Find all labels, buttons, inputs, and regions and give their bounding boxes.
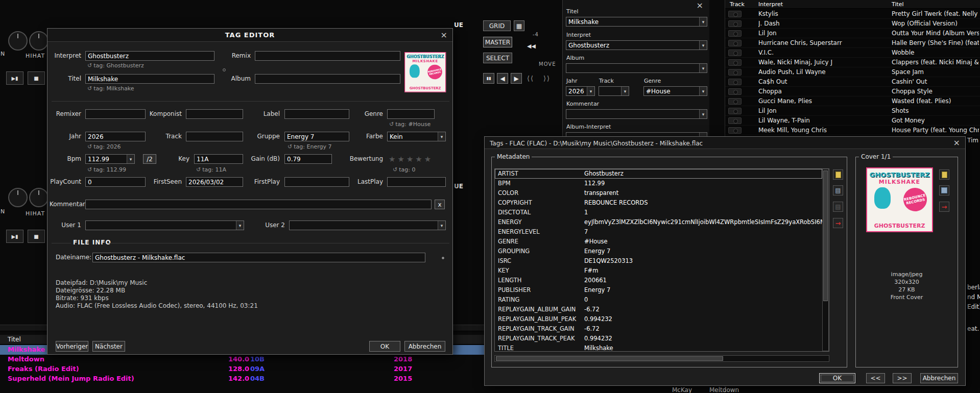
playcount-field[interactable]	[85, 177, 146, 187]
metadata-row[interactable]: KEY F#m	[495, 266, 822, 276]
filter-jahr-select[interactable]: 2026 ▾	[566, 86, 595, 96]
filter-interpret-select[interactable]: Ghostbusterz ▾	[566, 40, 707, 50]
eq-knob[interactable]	[8, 31, 28, 51]
track-row[interactable]: Ca$h Out Cashin' Out	[725, 77, 980, 87]
metadata-row[interactable]: BPM 112.99	[495, 179, 822, 188]
scrollbar-thumb[interactable]	[496, 356, 723, 361]
eq-knob[interactable]	[29, 188, 49, 207]
save-cover-button[interactable]	[939, 185, 949, 195]
grid-quantize-button[interactable]: ▦	[514, 20, 524, 31]
close-icon[interactable]: ×	[953, 138, 960, 148]
metadata-row[interactable]: ENERGY eyJlbmVyZ3lMZXZlbCI6Nywic291cmNlI…	[495, 217, 822, 227]
label-field[interactable]	[284, 109, 349, 119]
metadata-row[interactable]: DISCTOTAL 1	[495, 208, 822, 217]
metadata-row[interactable]: ISRC DE1QW2520313	[495, 256, 822, 266]
remix-field[interactable]	[255, 51, 400, 61]
scrollbar-thumb[interactable]	[823, 170, 828, 301]
copy-tags-disabled-button[interactable]: ▤	[833, 202, 843, 212]
cue-button-fragment[interactable]: UE	[454, 21, 463, 29]
track-row[interactable]: Hurricane Chris, Superstarr Halle Berry …	[725, 38, 980, 48]
playlist-row[interactable]: Superheld (Mein Jump Radio Edit) 142.0 0…	[0, 374, 484, 384]
album-field[interactable]	[255, 74, 400, 84]
metadata-row[interactable]: LENGTH 200661	[495, 276, 822, 285]
metadata-row[interactable]: REPLAYGAIN_ALBUM_GAIN -6.72	[495, 305, 822, 314]
metadata-row[interactable]: TITLE Milkshake	[495, 343, 822, 352]
star-icon[interactable]: ★	[415, 155, 424, 164]
filter-titel-select[interactable]: Milkshake ▾	[566, 17, 707, 27]
dialog-titlebar[interactable]: Tags - FLAC (FLAC) - D:\Musik\my Music\G…	[485, 137, 965, 149]
nudge-left-icon[interactable]: ⟨⟨	[527, 75, 534, 82]
star-icon[interactable]: ★	[397, 155, 406, 164]
tag-source-icon[interactable]: ↺	[87, 85, 92, 92]
tag-source-icon[interactable]: ↺	[196, 166, 201, 173]
titel-field[interactable]	[85, 74, 214, 84]
cancel-button[interactable]: Abbrechen	[920, 373, 958, 383]
copy-tags-button[interactable]: ▤	[833, 185, 843, 195]
tag-source-icon[interactable]: ↺	[87, 166, 92, 173]
previous-track-button[interactable]: Vorheriger	[56, 341, 88, 352]
metadata-row[interactable]: ENERGYLEVEL 7	[495, 227, 822, 237]
eq-knob[interactable]	[29, 31, 49, 51]
metadata-row[interactable]: REPLAYGAIN_TRACK_PEAK 0.994232	[495, 334, 822, 343]
column-header-titel[interactable]: Titel	[8, 336, 21, 343]
track-row[interactable]: Lil Jon Outta Your Mind (Album Version)	[725, 29, 980, 38]
track-row[interactable]: V.I.C. Wobble	[725, 48, 980, 58]
apply-cover-button[interactable]: →	[939, 202, 949, 212]
rewind-icon[interactable]: ◀◀	[527, 43, 536, 50]
step-forward-button[interactable]: ▶	[511, 73, 522, 84]
track-row[interactable]: Gucci Mane, Plies Wasted (feat. Plies)	[725, 96, 980, 106]
tag-source-icon[interactable]: ↺	[393, 166, 397, 173]
user1-select[interactable]: ▾	[85, 220, 244, 230]
tag-source-icon[interactable]: ↺	[288, 143, 292, 150]
komponist-field[interactable]	[186, 109, 243, 119]
add-cover-button[interactable]	[939, 169, 949, 180]
previous-file-button[interactable]: <<	[866, 373, 885, 383]
dateiname-field[interactable]	[92, 253, 425, 262]
genre-field[interactable]	[387, 109, 435, 119]
gruppe-field[interactable]	[284, 132, 349, 141]
star-icon[interactable]: ★	[424, 155, 433, 164]
metadata-row[interactable]: ARTIST Ghostbusterz	[495, 169, 822, 179]
track-row[interactable]: J. Dash Wop (Official Version)	[725, 19, 980, 29]
column-header-track[interactable]: Track	[730, 1, 745, 8]
track-row[interactable]: Audio Push, Lil Wayne Space Jam	[725, 67, 980, 77]
playlist-row[interactable]: Freaks (Radio Edit) 128.0 09A 2017	[0, 364, 484, 374]
metadata-row[interactable]: RATING 0	[495, 295, 822, 305]
metadata-row[interactable]: PUBLISHER Energy 7	[495, 285, 822, 295]
firstseen-field[interactable]	[186, 177, 243, 187]
play-pause-button[interactable]: ▶▮	[6, 230, 23, 243]
add-tag-button[interactable]	[833, 169, 843, 180]
filter-album-select[interactable]: ▾	[566, 63, 707, 73]
metadata-scrollbar-vertical[interactable]	[822, 169, 829, 351]
metadata-row[interactable]: COPYRIGHT REBOUNCE RECORDS	[495, 198, 822, 208]
track-row[interactable]: Lil Jon Shots	[725, 106, 980, 116]
metadata-row[interactable]: COLOR transparent	[495, 188, 822, 198]
close-icon[interactable]: ×	[441, 30, 447, 40]
track-row[interactable]: Kstylis Pretty Girl Twerk (feat. Nelly &…	[725, 9, 980, 19]
track-row[interactable]: Choppa Choppa Style	[725, 87, 980, 96]
master-button[interactable]: MASTER	[483, 37, 512, 47]
playlist-row[interactable]: Meltdown 140.0 10B 2018	[0, 355, 484, 364]
eq-knob[interactable]	[8, 188, 28, 207]
play-pause-button[interactable]: ▶▮	[6, 71, 23, 85]
filter-genre-select[interactable]: #House ▾	[643, 86, 707, 96]
nudge-right-icon[interactable]: ⟩⟩	[543, 75, 551, 82]
track-field[interactable]	[186, 132, 243, 141]
track-row[interactable]: Lil Wayne, T-Pain Got Money	[725, 116, 980, 126]
ok-button[interactable]: OK	[369, 341, 400, 352]
remixer-field[interactable]	[85, 109, 146, 119]
next-file-button[interactable]: >>	[893, 373, 912, 383]
stop-button[interactable]: ■	[28, 230, 45, 243]
ok-button[interactable]: OK	[819, 373, 855, 383]
kommentar-field[interactable]	[85, 200, 432, 209]
lastplay-field[interactable]	[387, 177, 446, 187]
metadata-scrollbar-horizontal[interactable]	[494, 355, 829, 362]
track-row[interactable]: Meek Mill, Young Chris House Party (feat…	[725, 126, 980, 135]
column-header-interpret[interactable]: Interpret	[758, 1, 783, 8]
next-track-button[interactable]: Nächster	[92, 341, 125, 352]
jahr-field[interactable]	[85, 132, 146, 141]
metadata-row[interactable]: GENRE #House	[495, 237, 822, 247]
interpret-field[interactable]	[85, 51, 214, 61]
filter-track-select[interactable]: ▾	[599, 86, 629, 96]
column-header-titel[interactable]: Titel	[892, 1, 904, 8]
